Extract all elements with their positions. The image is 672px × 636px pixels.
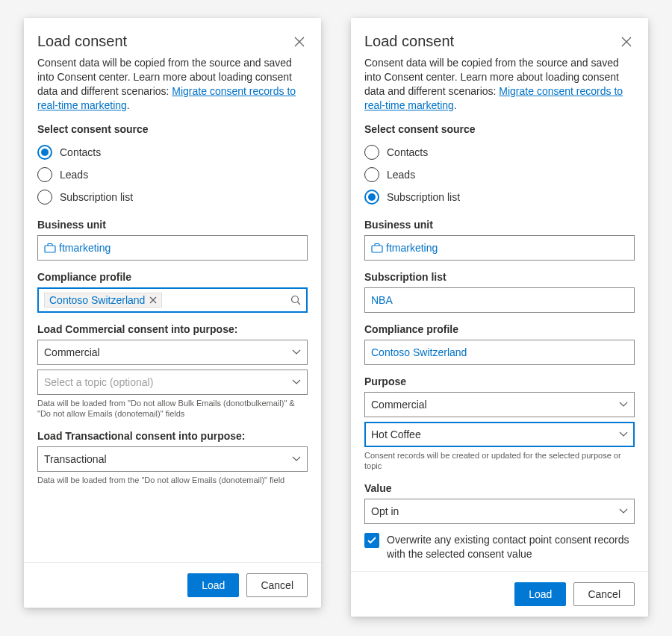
- svg-point-1: [292, 296, 299, 302]
- intro-suffix: .: [454, 99, 457, 111]
- select-source-heading: Select consent source: [364, 123, 635, 135]
- compliance-profile-label: Compliance profile: [37, 271, 308, 283]
- load-consent-panel-contacts: Load consent Consent data will be copied…: [24, 18, 321, 608]
- checkbox-checked-icon: [364, 533, 379, 548]
- topic-value: Hot Coffee: [371, 428, 615, 440]
- load-consent-panel-sublist: Load consent Consent data will be copied…: [351, 18, 648, 617]
- intro-suffix: .: [127, 99, 130, 111]
- topic-select[interactable]: Hot Coffee: [364, 422, 635, 447]
- radio-icon: [37, 145, 52, 160]
- commercial-purpose-value: Commercial: [44, 346, 287, 358]
- radio-icon: [37, 167, 52, 182]
- radio-icon: [37, 190, 52, 205]
- transactional-heading: Load Transactional consent into purpose:: [37, 430, 308, 442]
- close-button[interactable]: [291, 34, 308, 50]
- radio-subscription-list[interactable]: Subscription list: [364, 186, 635, 208]
- commercial-topic-placeholder: Select a topic (optional): [44, 376, 287, 388]
- commercial-topic-select[interactable]: Select a topic (optional): [37, 370, 308, 395]
- purpose-select[interactable]: Commercial: [364, 392, 635, 417]
- intro-text: Consent data will be copied from the sou…: [37, 56, 308, 113]
- purpose-label: Purpose: [364, 375, 635, 387]
- load-button[interactable]: Load: [514, 582, 566, 606]
- compliance-profile-input[interactable]: Contoso Switzerland: [364, 340, 635, 365]
- radio-leads-label: Leads: [60, 169, 88, 181]
- load-button[interactable]: Load: [187, 573, 239, 597]
- value-value: Opt in: [371, 505, 615, 517]
- close-icon: [621, 37, 632, 47]
- panel-title: Load consent: [364, 33, 454, 50]
- chip-remove-icon[interactable]: [149, 296, 157, 304]
- subscription-list-label: Subscription list: [364, 271, 635, 283]
- select-source-heading: Select consent source: [37, 123, 308, 135]
- close-icon: [294, 37, 305, 47]
- overwrite-checkbox-label: Overwrite any existing contact point con…: [387, 533, 635, 561]
- value-label: Value: [364, 482, 635, 494]
- close-button[interactable]: [618, 34, 635, 50]
- radio-contacts-label: Contacts: [60, 146, 101, 158]
- transactional-purpose-value: Transactional: [44, 453, 287, 465]
- radio-contacts-label: Contacts: [387, 146, 428, 158]
- commercial-helper: Data will be loaded from "Do not allow B…: [37, 398, 308, 420]
- radio-icon: [364, 190, 379, 205]
- business-unit-input[interactable]: ftmarketing: [364, 235, 635, 261]
- radio-leads[interactable]: Leads: [364, 163, 635, 186]
- business-unit-label: Business unit: [364, 219, 635, 231]
- radio-icon: [364, 145, 379, 160]
- radio-subscription-list[interactable]: Subscription list: [37, 186, 308, 208]
- panel-footer: Load Cancel: [351, 571, 648, 617]
- search-icon[interactable]: [290, 295, 301, 305]
- panel-footer: Load Cancel: [24, 562, 321, 608]
- compliance-chip-text: Contoso Switzerland: [49, 294, 145, 306]
- briefcase-icon: [44, 243, 56, 253]
- cancel-button[interactable]: Cancel: [573, 582, 635, 606]
- svg-rect-0: [45, 246, 55, 252]
- purpose-helper: Consent records will be created or updat…: [364, 450, 635, 473]
- transactional-purpose-select[interactable]: Transactional: [37, 446, 308, 472]
- panel-title: Load consent: [37, 33, 127, 50]
- overwrite-checkbox-row[interactable]: Overwrite any existing contact point con…: [364, 533, 635, 561]
- subscription-list-value: NBA: [371, 294, 628, 306]
- business-unit-input[interactable]: ftmarketing: [37, 235, 308, 261]
- business-unit-value: ftmarketing: [59, 242, 301, 254]
- intro-text: Consent data will be copied from the sou…: [364, 56, 635, 113]
- compliance-profile-value: Contoso Switzerland: [371, 346, 628, 358]
- radio-contacts[interactable]: Contacts: [364, 141, 635, 163]
- panel-header: Load consent: [37, 33, 308, 50]
- chevron-down-icon: [619, 431, 628, 437]
- compliance-profile-input[interactable]: Contoso Switzerland: [37, 287, 308, 313]
- commercial-heading: Load Commercial consent into purpose:: [37, 323, 308, 335]
- compliance-profile-label: Compliance profile: [364, 323, 635, 335]
- chevron-down-icon: [619, 508, 628, 514]
- radio-sublist-label: Subscription list: [60, 191, 133, 203]
- compliance-chip: Contoso Switzerland: [44, 293, 162, 308]
- purpose-value: Commercial: [371, 399, 615, 411]
- chevron-down-icon: [292, 379, 301, 385]
- svg-rect-3: [372, 246, 382, 252]
- briefcase-icon: [371, 243, 383, 253]
- cancel-button[interactable]: Cancel: [246, 573, 308, 597]
- svg-line-2: [298, 302, 301, 305]
- subscription-list-input[interactable]: NBA: [364, 287, 635, 313]
- radio-contacts[interactable]: Contacts: [37, 141, 308, 163]
- chevron-down-icon: [292, 349, 301, 355]
- commercial-purpose-select[interactable]: Commercial: [37, 340, 308, 365]
- radio-sublist-label: Subscription list: [387, 191, 460, 203]
- chevron-down-icon: [292, 456, 301, 462]
- business-unit-value: ftmarketing: [386, 242, 628, 254]
- business-unit-label: Business unit: [37, 219, 308, 231]
- value-select[interactable]: Opt in: [364, 499, 635, 524]
- radio-icon: [364, 167, 379, 182]
- chevron-down-icon: [619, 402, 628, 408]
- radio-leads[interactable]: Leads: [37, 163, 308, 186]
- transactional-helper: Data will be loaded from the "Do not all…: [37, 475, 308, 486]
- radio-leads-label: Leads: [387, 169, 415, 181]
- panel-header: Load consent: [364, 33, 635, 50]
